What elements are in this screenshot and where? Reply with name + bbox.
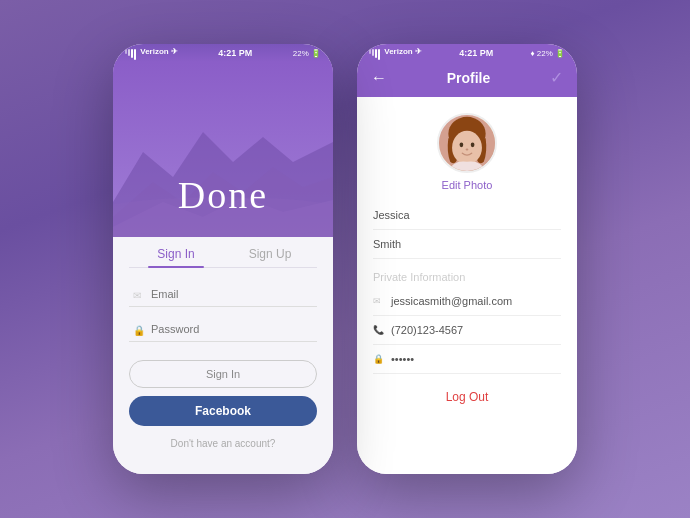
profile-phone: Verizon ✈ 4:21 PM ♦ 22% 🔋 ← Profile ✓ (357, 44, 577, 474)
logout-section: Log Out (373, 378, 561, 412)
app-title: Done (178, 173, 268, 217)
status-time-right: 4:21 PM (459, 48, 493, 58)
profile-nav-header: ← Profile ✓ (357, 62, 577, 97)
login-header: Done (113, 62, 333, 237)
battery-left: 22% 🔋 (293, 49, 321, 58)
email-group: ✉ (129, 282, 317, 307)
lastname-field: Smith (373, 230, 561, 259)
email-input[interactable] (129, 282, 317, 307)
login-phone: Verizon ✈ 4:21 PM 22% 🔋 Done (113, 44, 333, 474)
email-field-icon: ✉ (373, 296, 385, 306)
private-info-label: Private Information (373, 271, 465, 283)
check-button[interactable]: ✓ (550, 68, 563, 87)
password-dots: •••••• (391, 353, 414, 365)
back-button[interactable]: ← (371, 69, 387, 87)
profile-title: Profile (447, 70, 491, 86)
private-info-section: Private Information (373, 259, 561, 287)
logout-button[interactable]: Log Out (446, 378, 489, 412)
firstname-value: Jessica (373, 209, 410, 221)
tab-bar: Sign In Sign Up (129, 237, 317, 268)
lastname-value: Smith (373, 238, 401, 250)
facebook-button[interactable]: Facebook (129, 396, 317, 426)
tab-signin[interactable]: Sign In (129, 237, 223, 267)
svg-point-6 (466, 149, 469, 151)
password-input[interactable] (129, 317, 317, 342)
password-field-row: 🔒 •••••• (373, 345, 561, 374)
edit-photo-button[interactable]: Edit Photo (442, 179, 493, 191)
carrier-right: Verizon ✈ (369, 47, 422, 60)
svg-point-3 (452, 131, 482, 165)
phone-icon: 📞 (373, 325, 385, 335)
svg-point-4 (460, 143, 464, 148)
password-icon: 🔒 (133, 324, 145, 335)
password-field-icon: 🔒 (373, 354, 385, 364)
carrier-left: Verizon ✈ (125, 47, 178, 60)
password-group: 🔒 (129, 317, 317, 342)
no-account-text: Don't have an account? (171, 438, 276, 449)
avatar[interactable] (437, 113, 497, 173)
battery-right: ♦ 22% 🔋 (530, 49, 565, 58)
email-icon: ✉ (133, 289, 141, 300)
profile-body: Edit Photo Jessica Smith Private Informa… (357, 97, 577, 474)
tab-signup[interactable]: Sign Up (223, 237, 317, 267)
email-value: jessicasmith@gmail.com (391, 295, 512, 307)
avatar-section: Edit Photo (437, 97, 497, 201)
avatar-image (439, 113, 495, 173)
svg-point-5 (471, 143, 475, 148)
status-time-left: 4:21 PM (218, 48, 252, 58)
phone-field-row: 📞 (720)123-4567 (373, 316, 561, 345)
firstname-field: Jessica (373, 201, 561, 230)
email-field-row: ✉ jessicasmith@gmail.com (373, 287, 561, 316)
phone-value: (720)123-4567 (391, 324, 463, 336)
profile-fields: Jessica Smith Private Information ✉ jess… (357, 201, 577, 412)
signin-button[interactable]: Sign In (129, 360, 317, 388)
login-body: Sign In Sign Up ✉ 🔒 Sign In Facebook Don… (113, 237, 333, 474)
